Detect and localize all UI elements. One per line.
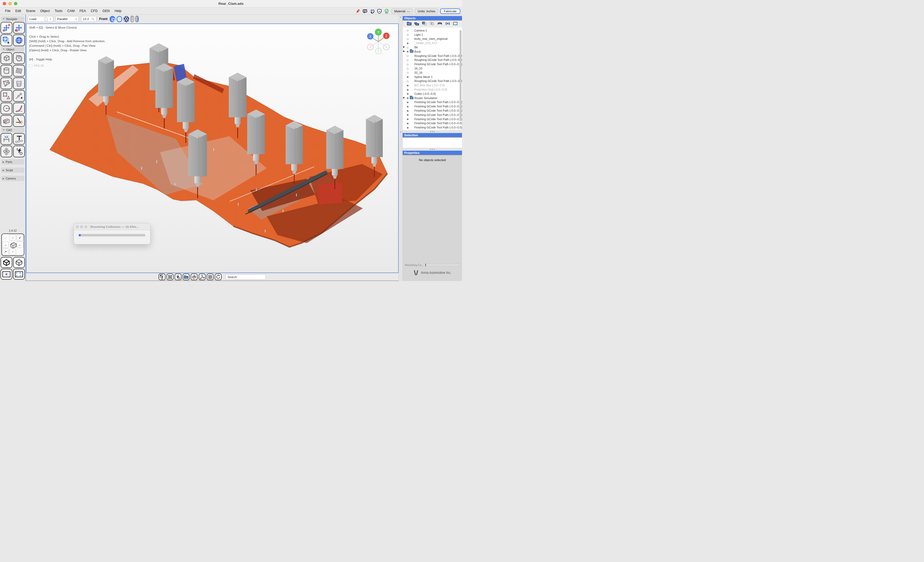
collapsed-section-header[interactable]: ▶ Script (1, 167, 24, 173)
circle-radius-icon[interactable] (0, 103, 12, 114)
tree-scrollbar[interactable] (460, 30, 462, 121)
object-visibility-icon[interactable]: ◈ (406, 50, 409, 53)
objects-tree-item[interactable]: ▶ ◇ Roughing GCode Tool Path (-0.0--0.0) (403, 58, 462, 62)
select-tool-icon[interactable] (175, 274, 182, 280)
scroll-up-arrow[interactable]: ▲ (400, 16, 402, 18)
objects-tree-item[interactable]: ▶ ◈ Finishing GCode Tool Path (-0.0--0.0… (403, 104, 462, 108)
menu-item[interactable]: Tools (52, 8, 65, 14)
cad-section-header[interactable]: ▼ CAD (1, 128, 24, 132)
collapsed-section-header[interactable]: ▶ Parts (1, 159, 24, 164)
object-visibility-icon[interactable]: ◇ (406, 37, 409, 40)
wire-cube-icon[interactable] (13, 257, 25, 268)
cylinder-outline-icon[interactable] (130, 16, 134, 22)
menu-item[interactable]: CAM (65, 8, 77, 14)
shield-star-icon[interactable]: ★ (377, 9, 382, 14)
marquee-select-icon[interactable] (0, 34, 12, 46)
panel-splitter[interactable]: ▲ ▼ (399, 15, 403, 281)
hide-nodes-icon[interactable] (190, 274, 198, 280)
objects-tree-item[interactable]: ▶ ◈ Finishing GCode Tool Path (-0.0--0.0… (403, 108, 462, 113)
nav-cube-icon[interactable] (9, 241, 18, 251)
expander-icon[interactable]: ▶ (403, 46, 405, 48)
object-visibility-icon[interactable]: ◈ (406, 84, 409, 87)
units-button[interactable]: Units: inches (415, 9, 438, 14)
object-visibility-icon[interactable]: ◈ (406, 122, 409, 125)
properties-panel-header[interactable]: Properties (403, 151, 462, 155)
group-icon[interactable] (414, 22, 419, 27)
objects-tree-item[interactable]: ▶ ◈ Spline Mesh 1 (403, 75, 462, 79)
kite-nodes-icon[interactable] (0, 146, 12, 157)
minimize-window-button[interactable] (8, 2, 12, 5)
progress-dialog[interactable]: Resolving Collisions — 1h 53m... (74, 223, 150, 244)
object-visibility-icon[interactable]: ◇ (406, 71, 409, 74)
dialog-minimize-button[interactable] (80, 226, 83, 228)
view-down-left-arrow[interactable]: ↙ (16, 234, 23, 241)
refresh-icon[interactable] (215, 274, 222, 280)
objects-tree-item[interactable]: ▶ ◈ Router Simulation (403, 96, 462, 100)
scroll-down-arrow[interactable]: ▼ (400, 131, 402, 133)
objects-tree-item[interactable]: ▶ ◈ Finishing GCode Tool Path (-0.0--0.0… (403, 121, 462, 126)
comment-icon[interactable] (362, 9, 368, 14)
history-icon[interactable] (369, 9, 375, 14)
cylinder-shaded-icon[interactable] (135, 16, 139, 22)
tube-icon[interactable] (0, 115, 12, 127)
menu-item[interactable]: Object (38, 8, 52, 14)
objects-tree-item[interactable]: ▶ ◇ Light 1 (403, 33, 462, 37)
objects-tree-item[interactable]: ▶ ◇ Roughing GCode Tool Path (-0.0--0.0) (403, 79, 462, 83)
menu-item[interactable]: Help (112, 8, 124, 14)
dialog-zoom-button[interactable] (84, 226, 87, 228)
star-view-icon[interactable]: ★ (0, 269, 12, 280)
objects-tree-item[interactable]: ▶ ◈ B/C Axis Ray (-0.0--0.0) (403, 83, 462, 87)
view-down-arrow[interactable]: ↓ (9, 234, 16, 241)
objects-tree-item[interactable]: ▶ ◇ Camera 1 (403, 28, 462, 33)
objects-tree-item[interactable]: ▶ ◈ Finishing GCode Tool Path (-0.0--0.0… (403, 125, 462, 130)
object-visibility-icon[interactable]: ◈ (406, 101, 409, 104)
object-visibility-icon[interactable]: ◈ (406, 105, 409, 108)
rocket-icon[interactable] (355, 9, 360, 14)
axis-gizmo[interactable]: Y X Z Z Y X (366, 28, 391, 55)
grid-plane-icon[interactable] (13, 65, 25, 77)
close-window-button[interactable] (3, 2, 6, 5)
multi-star-view-icon[interactable]: ★★★★ (13, 269, 25, 280)
texture-mode-icon[interactable] (159, 274, 165, 280)
objects-tree-item[interactable]: ▶ ◇ 32_16 (403, 70, 462, 75)
objects-tree-item[interactable]: ▶ ◈ _Under_Z10_X17 (403, 41, 462, 45)
collapsed-section-header[interactable]: ▶ Camera (1, 176, 24, 181)
objects-tree-item[interactable]: ▶ ◇ Bit (403, 45, 462, 49)
zoom-window-button[interactable] (14, 2, 17, 5)
object-visibility-icon[interactable]: ◇ (406, 46, 409, 49)
explode-icon[interactable] (13, 115, 25, 127)
object-visibility-icon[interactable]: ◈ (406, 109, 409, 112)
move-view-icon[interactable] (13, 22, 25, 34)
object-visibility-icon[interactable]: ◈ (406, 126, 409, 129)
menu-item[interactable]: CFD (88, 8, 100, 14)
surface-icon[interactable] (437, 22, 442, 27)
numbered-spray-icon[interactable]: 5 (13, 146, 25, 157)
fit-view-icon[interactable] (166, 274, 174, 280)
wireframe-view-icon[interactable] (117, 16, 122, 22)
object-visibility-icon[interactable]: ◈ (406, 92, 409, 95)
solid-cube-icon[interactable] (0, 257, 12, 268)
cpu-chip-icon[interactable] (29, 64, 32, 67)
move-select-closest-icon[interactable] (0, 22, 12, 34)
menu-item[interactable]: FEA (77, 8, 88, 14)
object-visibility-icon[interactable]: ◇ (406, 29, 409, 32)
expander-icon[interactable]: ▶ (403, 50, 405, 52)
objects-tree-item[interactable]: ▶ ◇ Finishing GCode Tool Path (-0.0--0.0… (403, 62, 462, 66)
object-visibility-icon[interactable]: ◇ (406, 79, 409, 82)
view-up-right-arrow[interactable]: ↗ (2, 248, 9, 255)
objects-tree-item[interactable]: ▶ ◇ 16_10 (403, 66, 462, 70)
dialog-close-button[interactable] (76, 226, 79, 228)
menu-item[interactable]: Scene (24, 8, 38, 14)
folder-icon[interactable] (183, 274, 189, 280)
shaded-view-icon[interactable] (110, 16, 115, 22)
progress-dialog-titlebar[interactable]: Resolving Collisions — 1h 53m... (74, 223, 150, 230)
intersect-icon[interactable] (430, 22, 434, 27)
objects-tree-item[interactable]: ▶ ◈ Projection Grid (-0.0--0.0) (403, 87, 462, 92)
cube-icon[interactable] (0, 52, 12, 64)
polyline-edit-icon[interactable] (13, 90, 25, 102)
projection-dropdown[interactable]: Parallel ∨ (56, 16, 79, 22)
grid-icon[interactable] (207, 274, 214, 280)
tsquare-nodes-icon[interactable] (13, 133, 25, 145)
bezier-curve-icon[interactable] (13, 103, 25, 114)
object-visibility-icon[interactable]: ◈ (406, 75, 409, 78)
